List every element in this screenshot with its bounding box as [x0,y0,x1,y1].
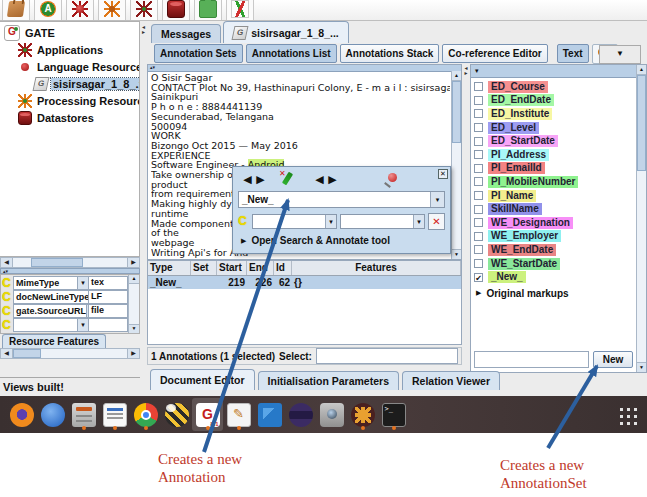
processing-gear-button[interactable] [98,0,126,21]
annotate-pen-icon[interactable] [279,172,297,187]
annotation-sets-button[interactable]: Annotation Sets [154,44,243,63]
writer-taskbar-item[interactable] [99,398,130,431]
tree-item-datastores[interactable]: Datastores [0,109,139,126]
checkbox[interactable] [474,96,483,105]
column-header-id[interactable]: Id [274,261,292,275]
resource-features-tab[interactable]: Resource Features [2,334,106,348]
feature-value[interactable]: LF [89,290,128,304]
annotation-type-row[interactable]: PI_EmailId [474,162,633,176]
coreference-editor-button[interactable]: Co-reference Editor [442,44,547,63]
scroll-up-icon[interactable]: ▲ [129,275,139,284]
tab-messages[interactable]: Messages [151,24,221,43]
settings-gear-taskbar-item[interactable] [347,398,378,431]
feature-name-combo[interactable]: ▾ [13,318,89,332]
resource-features-tab-label[interactable]: Resource Features [2,334,106,348]
scroll-thumb[interactable] [31,258,83,267]
scroll-thumb[interactable] [13,349,41,358]
delete-feature-button[interactable]: ✕ [428,213,445,230]
annotation-diff-button[interactable] [226,0,254,21]
annotation-type-row[interactable]: WE_EndDate [474,243,633,257]
thunderbird-taskbar-item[interactable] [37,398,68,431]
scroll-left-icon[interactable]: ◀ [1,349,13,358]
briefcase-button[interactable] [2,0,30,21]
column-header-end[interactable]: End [247,261,274,275]
column-header-set[interactable]: Set [191,261,217,275]
tab-relation-viewer[interactable]: Relation Viewer [402,371,500,390]
annotation-type-row[interactable]: PI_Name [474,189,633,203]
bee-taskbar-item[interactable] [161,398,192,431]
annie-button[interactable] [34,0,62,21]
scroll-right-icon[interactable]: ▶ [127,349,139,358]
eclipse-taskbar-item[interactable] [285,398,316,431]
annotation-sets-scrollbar[interactable]: ▲ ▼ [636,65,646,372]
column-header-type[interactable]: Type [148,261,191,275]
camera-taskbar-item[interactable] [316,398,347,431]
tab-initialisation-parameters[interactable]: Initialisation Parameters [258,371,399,390]
document-splitter[interactable]: ▴▾ [148,65,461,72]
grow-end-icon[interactable]: ▶ [326,173,339,186]
scroll-thumb[interactable] [637,75,646,171]
annotation-type-row[interactable]: ED_Course [474,80,633,94]
annotation-type-combo[interactable]: _New_ ▾ [238,191,445,208]
pin-icon[interactable] [383,172,399,187]
plugin-button[interactable] [194,0,222,21]
feature-value[interactable]: tex [89,276,128,290]
checkbox[interactable] [474,82,483,91]
shrink-end-icon[interactable]: ◀ [313,173,326,186]
checkbox[interactable] [474,177,483,186]
scroll-right-icon[interactable]: ▶ [127,258,139,267]
annotations-list-button[interactable]: Annotations List [246,44,337,63]
scroll-down-icon[interactable]: ▼ [637,362,646,372]
table-row[interactable]: _New_ 219 226 62 {} [148,276,461,289]
annotation-set-name-input[interactable] [474,351,589,368]
text-editor-taskbar-item[interactable] [223,398,254,431]
select-annotations-input[interactable] [316,348,458,364]
applications-star-button[interactable] [130,0,158,21]
annotation-type-row[interactable]: ED_Level [474,121,633,135]
annotation-type-row[interactable]: PI_MobileNumber [474,175,633,189]
chevron-down-icon[interactable]: ▾ [77,319,88,331]
annotation-type-row[interactable]: ED_EndDate [474,94,633,108]
checkbox[interactable] [474,245,483,254]
checkbox[interactable] [474,218,483,227]
expander-icon[interactable]: ▶ [476,289,481,297]
feature-value-combo[interactable]: ▾ [340,214,425,229]
chevron-down-icon[interactable]: ▾ [77,277,88,289]
chevron-down-icon[interactable]: ▾ [430,192,444,207]
checkbox[interactable] [474,123,483,132]
chevron-down-icon[interactable]: ▾ [325,215,336,228]
annotations-stack-button[interactable]: Annotations Stack [340,44,440,63]
tree-item-applications[interactable]: Applications [0,41,139,58]
scroll-down-icon[interactable]: ▼ [129,324,139,333]
feature-name-combo[interactable]: gate.SourceURL▾ [13,304,89,318]
panel-splitter[interactable]: ◂ ▸ [140,21,147,396]
annotation-type-row[interactable]: ED_StartDate [474,134,633,148]
annotation-type-row[interactable]: WE_Designation [474,216,633,230]
original-markups-row[interactable]: ▶ Original markups [474,286,633,300]
annotation-type-row[interactable]: ED_Institute [474,107,633,121]
annotation-type-row[interactable]: PI_Address [474,148,633,162]
tree-item-document[interactable]: sisirsagar_1_8_.xml_0 [0,75,139,92]
open-search-annotate-link[interactable]: ▶ Open Search & Annotate tool [241,235,390,246]
annotation-type-row[interactable]: WE_StartDate [474,257,633,271]
feature-value[interactable] [89,318,128,332]
annotation-panel-splitter[interactable]: ◂ ▸ [462,64,470,373]
checkbox[interactable] [474,259,483,268]
checkbox[interactable] [474,137,483,146]
new-annotation-set-button[interactable]: New [593,351,633,368]
grow-start-icon[interactable]: ▶ [254,173,267,186]
tab-document-editor[interactable]: Document Editor [150,369,255,390]
scroll-down-icon[interactable]: ▼ [452,249,461,259]
checkbox[interactable] [474,232,483,241]
tree-item-processing-resources[interactable]: Processing Resources [0,92,139,109]
annotation-type-row[interactable]: ✔_New_ [474,270,633,284]
scroll-up-icon[interactable]: ▲ [452,71,461,81]
scroll-thumb[interactable] [452,81,461,143]
column-header-features[interactable]: Features [292,261,461,275]
checkbox[interactable] [474,164,483,173]
tab-document[interactable]: sisirsagar_1_8_... [223,21,349,43]
chevron-down-icon[interactable]: ▾ [413,215,424,228]
tree-item-language-resources[interactable]: Language Resources [0,58,139,75]
checkbox[interactable] [474,205,483,214]
toolbar-overflow-dropdown[interactable]: ▼ [599,45,641,64]
